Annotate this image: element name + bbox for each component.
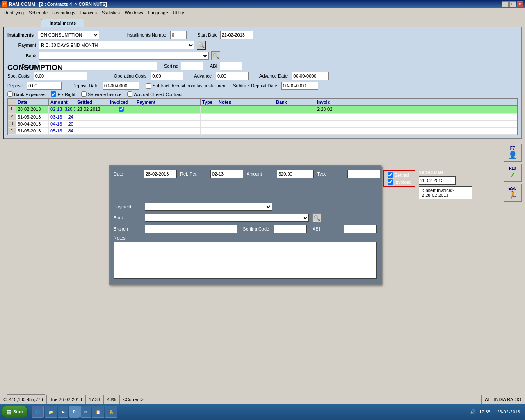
sorting-label: Sorting: [164, 64, 178, 68]
row4-type: [201, 128, 217, 134]
deposit-row: Deposit Deposit Date Subtract deposit fr…: [7, 82, 518, 90]
accrual-closed-checkbox[interactable]: [127, 91, 132, 97]
start-date-label: Start Date: [197, 32, 218, 37]
grid-col-num[interactable]: [8, 99, 16, 105]
taskbar-ie[interactable]: 🌐: [32, 406, 44, 418]
row1-invoiced-check[interactable]: [119, 107, 124, 112]
tab-installments[interactable]: Installments: [41, 19, 84, 27]
taskbar-folder[interactable]: 📁: [45, 406, 57, 418]
esc-button[interactable]: ESC 🏃: [503, 184, 522, 202]
row4-payment: [135, 128, 201, 134]
menu-schedule[interactable]: Schedule: [26, 9, 50, 16]
fix-right-checkbox[interactable]: [51, 91, 56, 97]
menu-language[interactable]: Language: [146, 9, 171, 16]
taskbar-extra2[interactable]: 🔒: [105, 406, 117, 418]
menu-utility[interactable]: Utility: [171, 9, 187, 16]
bank-search-button[interactable]: 🔍: [211, 51, 220, 60]
grid-col-settled[interactable]: Settled: [75, 99, 108, 105]
deposit-input[interactable]: [27, 82, 62, 90]
menu-recordings[interactable]: Recordings: [50, 9, 78, 16]
status-date: Tue 26-02-2013: [47, 395, 86, 404]
panel-date-input[interactable]: [144, 170, 177, 178]
panel-sorting-input[interactable]: [274, 225, 307, 233]
taskbar-media[interactable]: ▶: [58, 406, 68, 418]
menu-invoices[interactable]: Invoices: [78, 9, 99, 16]
start-button[interactable]: ⊞ Start: [2, 406, 28, 418]
grid-col-invoice[interactable]: Invoic: [315, 99, 348, 105]
start-date-input[interactable]: [220, 31, 253, 39]
f10-button[interactable]: F10 ✓: [503, 164, 522, 182]
panel-type-input[interactable]: [347, 170, 380, 178]
advance-input[interactable]: [216, 72, 249, 80]
mail-icon: ✉: [84, 410, 87, 414]
panel-bank-search-button[interactable]: 🔍: [312, 213, 321, 222]
menu-bar: Identifying Schedule Recordings Invoices…: [0, 8, 525, 17]
grid-col-amount[interactable]: Amount: [49, 99, 75, 105]
panel-branch-label: Branch: [114, 226, 142, 231]
table-row[interactable]: 1 28-02-2013 02-13 320.00 28-02-2013 2 2…: [8, 106, 517, 114]
payment-select[interactable]: R.B. 30 DAYS END MONTH: [39, 41, 194, 49]
spot-costs-input[interactable]: [34, 72, 87, 80]
invoiced-checkbox[interactable]: [388, 179, 393, 185]
panel-ref-input[interactable]: [210, 170, 243, 178]
taskbar-ram-comm[interactable]: R: [69, 406, 80, 418]
row2-amount: 24: [63, 114, 75, 120]
close-button[interactable]: ✕: [517, 1, 523, 7]
installments-type-select[interactable]: ON CONSUMPTION: [38, 31, 99, 39]
bank-expenses-checkbox[interactable]: [7, 91, 13, 97]
grid-header: Date Amount Settled Invoiced Payment Typ…: [8, 99, 517, 106]
settled-checkbox[interactable]: [388, 172, 393, 178]
table-row[interactable]: 4 31-05-2013 05-13 84: [8, 128, 517, 135]
installments-number-input[interactable]: [170, 31, 187, 39]
sorting-input[interactable]: [181, 62, 203, 70]
panel-branch-input[interactable]: [145, 225, 237, 233]
restore-button[interactable]: □: [509, 1, 516, 7]
taskbar-mail[interactable]: ✉: [80, 406, 91, 418]
app-icon: R: [2, 1, 7, 7]
grid-col-payment[interactable]: Payment: [135, 99, 201, 105]
taskbar-extra1[interactable]: 📋: [92, 406, 104, 418]
settled-checkbox-label[interactable]: Settled: [388, 172, 411, 178]
table-row[interactable]: 2 31-03-2013 03-13 24: [8, 114, 517, 121]
menu-windows[interactable]: Windows: [122, 9, 146, 16]
menu-statistics[interactable]: Statistics: [99, 9, 122, 16]
fix-right-label[interactable]: Fix Right: [51, 91, 75, 97]
subtract-deposit-checkbox[interactable]: [146, 83, 151, 89]
panel-notes-textarea[interactable]: [114, 242, 377, 279]
minimize-button[interactable]: _: [502, 1, 509, 7]
grid-col-notes[interactable]: Notes: [217, 99, 274, 105]
panel-bank-label: Bank: [114, 215, 142, 220]
bank-select[interactable]: [39, 52, 209, 60]
subtract-deposit-date-input[interactable]: [281, 82, 318, 90]
panel-amount-input[interactable]: [277, 170, 314, 178]
subtract-deposit-checkbox-label[interactable]: Subtract deposit from last installment: [146, 83, 226, 89]
panel-abi-input[interactable]: [344, 225, 377, 233]
f7-button[interactable]: F7 👤: [503, 144, 522, 162]
separate-invoice-checkbox[interactable]: [81, 91, 87, 97]
installments-number-label: Installments Number: [126, 32, 168, 37]
separate-invoice-label[interactable]: Separate Invoice: [81, 91, 122, 97]
abi-input[interactable]: [220, 62, 242, 70]
h-scrollbar[interactable]: [7, 388, 45, 395]
accrual-closed-label[interactable]: Accrual Closed Contract: [127, 91, 183, 97]
invoiced-checkbox-label[interactable]: Invoiced: [388, 179, 411, 185]
grid-col-invoiced[interactable]: Invoiced: [108, 99, 135, 105]
settled-date-input[interactable]: [419, 176, 456, 185]
payment-search-button[interactable]: 🔍: [197, 41, 206, 50]
bank-expenses-label[interactable]: Bank Expenses: [7, 91, 45, 97]
advance-date-input[interactable]: [292, 72, 329, 80]
row1-bank: [274, 106, 315, 113]
grid-col-bank[interactable]: Bank: [274, 99, 315, 105]
deposit-date-input[interactable]: [103, 82, 139, 90]
menu-identifying[interactable]: Identifying: [1, 9, 26, 16]
grid-col-date[interactable]: Date: [16, 99, 49, 105]
row2-type: [201, 114, 217, 120]
row2-invoiced: [108, 114, 135, 120]
row3-settled: [75, 121, 108, 127]
operating-costs-input[interactable]: [151, 72, 183, 80]
grid-col-type[interactable]: Type: [201, 99, 217, 105]
panel-bank-select[interactable]: [145, 214, 309, 222]
panel-payment-select[interactable]: [145, 203, 272, 211]
table-row[interactable]: 3 30-04-2013 04-13 20: [8, 121, 517, 128]
panel-amount-group: Amount: [247, 170, 314, 178]
